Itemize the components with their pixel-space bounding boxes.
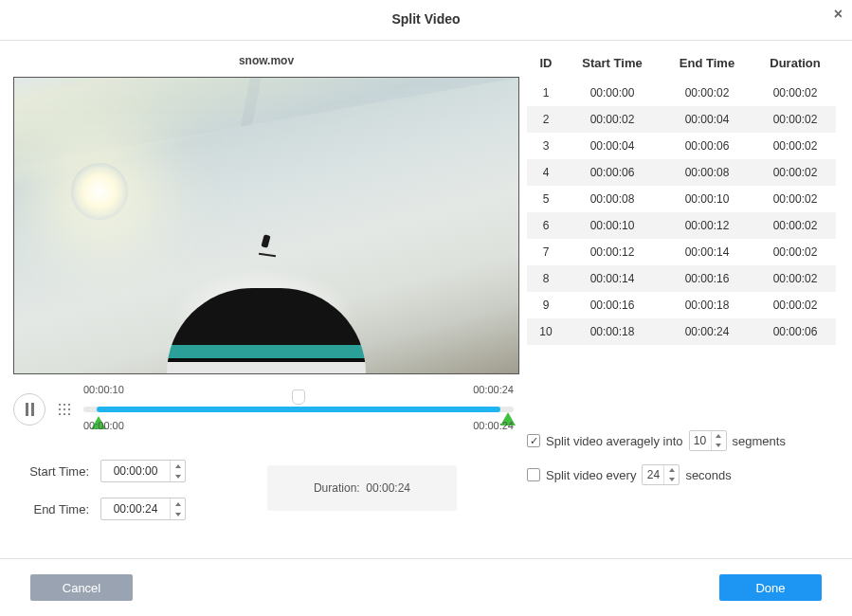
table-row[interactable]: 1000:00:1800:00:2400:00:06 [527, 318, 836, 345]
segments-table: ID Start Time End Time Duration 100:00:0… [527, 50, 836, 345]
split-average-label-post: segments [733, 434, 786, 448]
cell-end: 00:00:14 [660, 245, 754, 259]
spin-up-icon[interactable] [712, 431, 726, 441]
cell-end: 00:00:04 [660, 113, 754, 126]
cell-start: 00:00:12 [565, 245, 660, 259]
video-preview[interactable] [13, 77, 519, 374]
cell-id: 9 [527, 299, 565, 312]
cell-id: 10 [527, 325, 565, 338]
cell-start: 00:00:14 [565, 272, 660, 285]
table-row[interactable]: 600:00:1000:00:1200:00:02 [527, 212, 836, 239]
spin-down-icon[interactable] [664, 475, 679, 484]
spin-down-icon[interactable] [171, 471, 185, 481]
filename-label: snow.mov [13, 54, 519, 67]
start-time-label: Start Time: [13, 464, 89, 479]
table-row[interactable]: 100:00:0000:00:0200:00:02 [527, 80, 836, 106]
done-button[interactable]: Done [719, 574, 822, 601]
cell-start: 00:00:00 [565, 86, 660, 100]
col-start: Start Time [565, 56, 660, 70]
cell-id: 8 [527, 272, 565, 285]
split-average-label-pre: Split video averagely into [546, 434, 683, 448]
split-every-label-post: seconds [685, 468, 731, 482]
range-handle-start[interactable] [78, 403, 91, 416]
cell-end: 00:00:10 [660, 192, 754, 206]
col-duration: Duration [754, 56, 836, 70]
cell-id: 5 [527, 192, 565, 206]
timeline[interactable]: 00:00:10 00:00:24 00:00:00 00:00:24 [78, 388, 519, 431]
end-time-value: 00:00:24 [101, 502, 170, 516]
range-start-label: 00:00:00 [83, 420, 124, 431]
time-end-label: 00:00:24 [473, 384, 514, 395]
cell-duration: 00:00:02 [754, 139, 836, 153]
table-row[interactable]: 900:00:1600:00:1800:00:02 [527, 292, 836, 318]
start-time-input[interactable]: 00:00:00 [100, 460, 186, 482]
spin-up-icon[interactable] [171, 461, 185, 471]
cell-end: 00:00:16 [660, 272, 754, 285]
cell-duration: 00:00:02 [754, 192, 836, 206]
table-row[interactable]: 500:00:0800:00:1000:00:02 [527, 186, 836, 212]
spin-down-icon[interactable] [712, 441, 726, 450]
cell-start: 00:00:02 [565, 113, 660, 126]
cell-start: 00:00:06 [565, 166, 660, 179]
table-row[interactable]: 700:00:1200:00:1400:00:02 [527, 239, 836, 265]
cell-id: 1 [527, 86, 565, 100]
cell-start: 00:00:08 [565, 192, 660, 206]
cell-duration: 00:00:02 [754, 219, 836, 232]
start-time-value: 00:00:00 [101, 464, 170, 478]
cell-duration: 00:00:02 [754, 245, 836, 259]
cell-id: 2 [527, 113, 565, 126]
cell-id: 3 [527, 139, 565, 153]
close-icon[interactable]: × [834, 6, 843, 23]
cancel-button[interactable]: Cancel [30, 574, 133, 601]
table-row[interactable]: 300:00:0400:00:0600:00:02 [527, 133, 836, 159]
range-end-label: 00:00:24 [473, 420, 514, 431]
cell-duration: 00:00:02 [754, 86, 836, 100]
col-end: End Time [660, 56, 754, 70]
table-row[interactable]: 200:00:0200:00:0400:00:02 [527, 106, 836, 133]
cell-start: 00:00:10 [565, 219, 660, 232]
split-average-checkbox[interactable] [527, 434, 540, 447]
pause-button[interactable] [13, 393, 45, 426]
end-time-input[interactable]: 00:00:24 [100, 498, 186, 520]
table-row[interactable]: 400:00:0600:00:0800:00:02 [527, 159, 836, 186]
cell-end: 00:00:06 [660, 139, 754, 153]
cell-start: 00:00:16 [565, 299, 660, 312]
cell-start: 00:00:04 [565, 139, 660, 153]
cell-id: 4 [527, 166, 565, 179]
pause-icon [26, 403, 34, 416]
duration-display: Duration: 00:00:24 [267, 465, 457, 511]
split-every-checkbox[interactable] [527, 468, 540, 481]
cell-end: 00:00:18 [660, 299, 754, 312]
cell-id: 7 [527, 245, 565, 259]
cell-duration: 00:00:02 [754, 166, 836, 179]
cell-start: 00:00:18 [565, 325, 660, 338]
playhead-marker[interactable] [292, 390, 305, 405]
timeline-track[interactable] [83, 407, 514, 412]
split-every-label-pre: Split video every [546, 468, 636, 482]
col-id: ID [527, 56, 565, 70]
split-average-count[interactable]: 10 [689, 430, 727, 451]
grip-icon [59, 404, 70, 415]
table-row[interactable]: 800:00:1400:00:1600:00:02 [527, 265, 836, 292]
split-every-seconds[interactable]: 24 [642, 464, 680, 485]
cell-duration: 00:00:02 [754, 272, 836, 285]
cell-id: 6 [527, 219, 565, 232]
cell-duration: 00:00:02 [754, 299, 836, 312]
cell-end: 00:00:24 [660, 325, 754, 338]
dialog-title: Split Video [391, 11, 460, 27]
cell-duration: 00:00:02 [754, 113, 836, 126]
cell-end: 00:00:12 [660, 219, 754, 232]
spin-up-icon[interactable] [171, 498, 185, 509]
range-handle-end[interactable] [493, 403, 519, 412]
spin-up-icon[interactable] [664, 465, 679, 475]
end-time-label: End Time: [13, 502, 89, 516]
time-start-label: 00:00:10 [83, 384, 124, 395]
spin-down-icon[interactable] [171, 509, 185, 519]
cell-end: 00:00:02 [660, 86, 754, 100]
cell-duration: 00:00:06 [754, 325, 836, 338]
cell-end: 00:00:08 [660, 166, 754, 179]
